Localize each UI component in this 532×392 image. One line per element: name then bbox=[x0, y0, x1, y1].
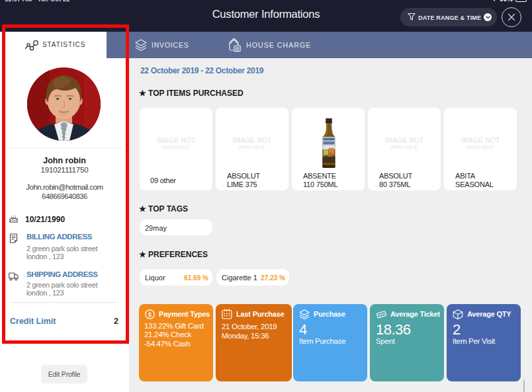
svg-text:$: $ bbox=[148, 311, 152, 318]
